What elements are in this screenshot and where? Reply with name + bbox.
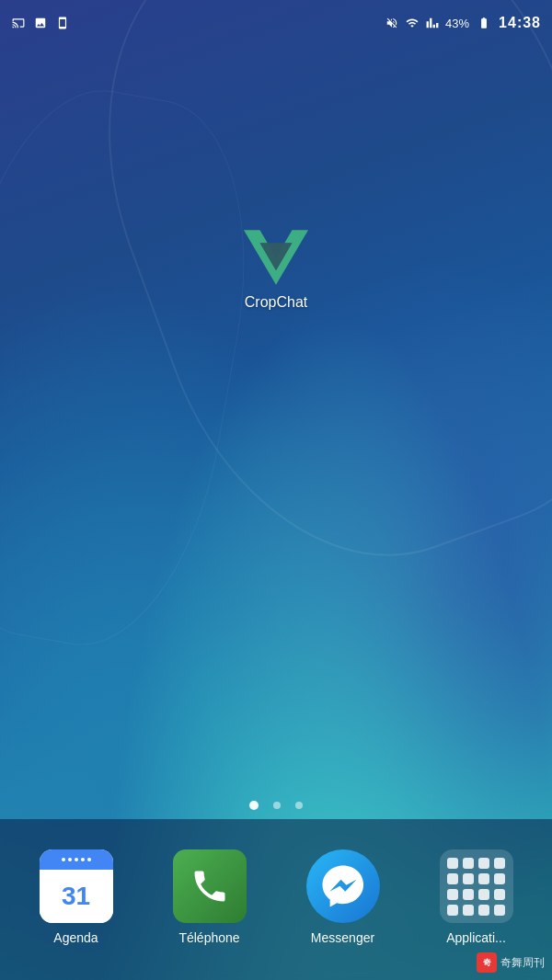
dock-item-messenger[interactable]: Messenger bbox=[288, 849, 398, 945]
app-grid-dot bbox=[478, 858, 489, 869]
vue-logo-icon bbox=[244, 230, 308, 285]
applications-icon bbox=[440, 849, 513, 923]
phone-handset-icon bbox=[190, 866, 230, 906]
mute-icon bbox=[385, 17, 399, 29]
app-grid-dot bbox=[463, 873, 474, 884]
app-grid-dot bbox=[478, 889, 489, 900]
agenda-icon: 31 bbox=[40, 849, 113, 923]
agenda-day: 31 bbox=[62, 882, 90, 911]
cropchat-app[interactable]: CropChat bbox=[244, 230, 308, 311]
watermark-logo: 奇 bbox=[477, 952, 497, 973]
wifi-icon bbox=[405, 17, 420, 29]
page-dot-1[interactable] bbox=[249, 801, 259, 810]
status-right-icons: 43% 14:38 bbox=[385, 15, 541, 31]
battery-icon bbox=[475, 17, 493, 29]
image-icon bbox=[33, 17, 48, 29]
app-grid-dot bbox=[447, 889, 458, 900]
dock-item-telephone[interactable]: Téléphone bbox=[155, 849, 265, 945]
watermark-logo-text: 奇 bbox=[483, 957, 491, 969]
cast-icon bbox=[11, 17, 26, 29]
app-grid-dot bbox=[478, 905, 489, 916]
applications-label: Applicati... bbox=[446, 930, 506, 945]
apps-grid bbox=[447, 858, 505, 916]
page-dot-2[interactable] bbox=[273, 802, 281, 809]
app-grid-dot bbox=[447, 873, 458, 884]
app-grid-dot bbox=[463, 905, 474, 916]
phone-icon bbox=[173, 849, 247, 923]
status-bar: 43% 14:38 bbox=[0, 0, 552, 46]
messenger-icon bbox=[306, 849, 380, 923]
app-grid-dot bbox=[494, 905, 505, 916]
status-left-icons bbox=[11, 17, 70, 29]
signal-icon bbox=[425, 17, 440, 29]
messenger-bubble-icon bbox=[320, 863, 366, 909]
app-grid-dot bbox=[494, 873, 505, 884]
app-grid-dot bbox=[494, 858, 505, 869]
watermark: 奇 奇舞周刊 bbox=[477, 952, 545, 973]
app-grid-dot bbox=[463, 858, 474, 869]
telephone-label: Téléphone bbox=[178, 930, 239, 945]
app-dock: 31 Agenda Téléphone Messenger bbox=[0, 819, 552, 980]
app-grid-dot bbox=[494, 889, 505, 900]
page-dot-3[interactable] bbox=[295, 802, 303, 809]
cropchat-label: CropChat bbox=[245, 294, 307, 311]
screen-icon bbox=[55, 17, 70, 29]
agenda-label: Agenda bbox=[53, 930, 98, 945]
watermark-label: 奇舞周刊 bbox=[500, 955, 545, 971]
app-grid-dot bbox=[463, 889, 474, 900]
page-indicator bbox=[249, 801, 303, 810]
app-grid-dot bbox=[447, 858, 458, 869]
app-grid-dot bbox=[447, 905, 458, 916]
status-time: 14:38 bbox=[499, 15, 541, 31]
dock-item-applications[interactable]: Applicati... bbox=[421, 849, 532, 945]
battery-percentage: 43% bbox=[445, 17, 469, 30]
dock-item-agenda[interactable]: 31 Agenda bbox=[21, 849, 132, 945]
messenger-label: Messenger bbox=[311, 930, 374, 945]
app-grid-dot bbox=[478, 873, 489, 884]
